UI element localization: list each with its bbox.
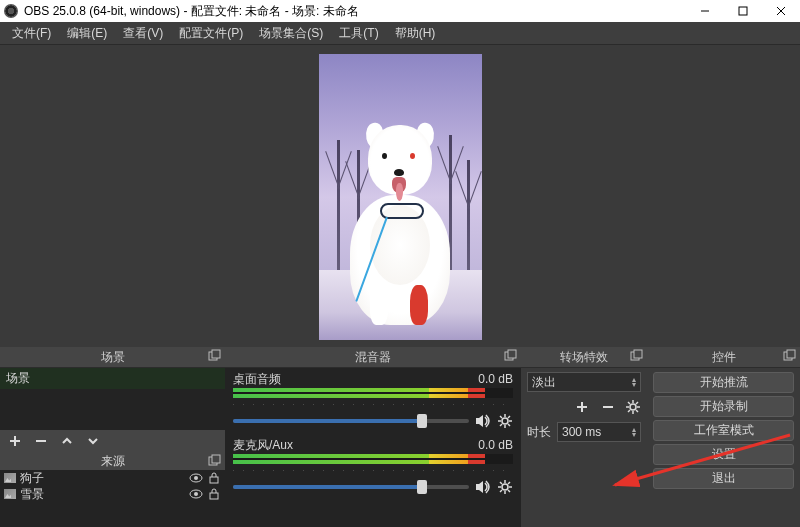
- controls-header[interactable]: 控件: [647, 347, 800, 368]
- volume-slider[interactable]: [233, 485, 469, 489]
- scene-item-label: 场景: [6, 371, 30, 385]
- dock-row: 场景 场景 来源: [0, 347, 800, 527]
- svg-line-25: [500, 416, 502, 418]
- svg-point-12: [194, 476, 198, 480]
- remove-transition-button[interactable]: [599, 398, 617, 416]
- button-label: 退出: [712, 470, 736, 487]
- popout-icon[interactable]: [782, 349, 796, 363]
- menu-file[interactable]: 文件(F): [4, 23, 59, 44]
- svg-point-44: [630, 404, 636, 410]
- speaker-icon[interactable]: [475, 413, 491, 429]
- close-button[interactable]: [762, 0, 800, 22]
- move-down-button[interactable]: [84, 432, 102, 450]
- add-button[interactable]: [6, 432, 24, 450]
- button-label: 设置: [712, 446, 736, 463]
- menu-edit[interactable]: 编辑(E): [59, 23, 115, 44]
- popout-icon[interactable]: [629, 349, 643, 363]
- menu-help[interactable]: 帮助(H): [387, 23, 444, 44]
- scenes-list[interactable]: 场景: [0, 368, 225, 430]
- gear-icon[interactable]: [625, 399, 641, 415]
- speaker-icon[interactable]: [475, 479, 491, 495]
- menu-profile[interactable]: 配置文件(P): [171, 23, 251, 44]
- button-label: 开始录制: [700, 398, 748, 415]
- scenes-panel: 场景 场景 来源: [0, 347, 225, 527]
- obs-app-icon: [4, 4, 18, 18]
- button-label: 工作室模式: [694, 422, 754, 439]
- popout-icon[interactable]: [503, 349, 517, 363]
- source-name: 雪景: [20, 486, 185, 503]
- source-row[interactable]: 狗子: [0, 470, 225, 486]
- svg-point-20: [502, 418, 508, 424]
- svg-line-36: [508, 490, 510, 492]
- settings-button[interactable]: 设置: [653, 444, 794, 465]
- lock-toggle-icon[interactable]: [207, 487, 221, 501]
- updown-arrows-icon: ▴▾: [632, 377, 636, 387]
- source-row[interactable]: 雪景: [0, 486, 225, 502]
- button-label: 开始推流: [700, 374, 748, 391]
- svg-line-27: [508, 416, 510, 418]
- transition-select[interactable]: 淡出 ▴▾: [527, 372, 641, 392]
- volume-meter: [233, 388, 513, 398]
- start-recording-button[interactable]: 开始录制: [653, 396, 794, 417]
- svg-line-37: [508, 482, 510, 484]
- meter-scale: [233, 400, 513, 410]
- gear-icon[interactable]: [497, 479, 513, 495]
- gear-icon[interactable]: [497, 413, 513, 429]
- svg-point-30: [502, 484, 508, 490]
- scenes-header[interactable]: 场景: [0, 347, 225, 368]
- mixer-title: 混音器: [355, 349, 391, 366]
- svg-rect-54: [787, 350, 795, 358]
- popout-icon[interactable]: [207, 454, 221, 468]
- move-up-button[interactable]: [58, 432, 76, 450]
- mixer-body: 桌面音频 0.0 dB: [225, 368, 521, 527]
- svg-line-49: [628, 402, 630, 404]
- channel-name: 桌面音频: [233, 371, 281, 388]
- visibility-toggle-icon[interactable]: [189, 471, 203, 485]
- svg-marker-19: [476, 415, 483, 427]
- menu-scene-collection[interactable]: 场景集合(S): [251, 23, 331, 44]
- transition-selected: 淡出: [532, 374, 556, 391]
- svg-line-50: [636, 410, 638, 412]
- channel-db: 0.0 dB: [478, 438, 513, 452]
- svg-rect-16: [210, 493, 218, 499]
- svg-line-38: [500, 490, 502, 492]
- remove-button[interactable]: [32, 432, 50, 450]
- scene-item[interactable]: 场景: [0, 368, 225, 389]
- svg-rect-18: [508, 350, 516, 358]
- mixer-header[interactable]: 混音器: [225, 347, 521, 368]
- mixer-channel: 麦克风/Aux 0.0 dB: [225, 436, 521, 502]
- mixer-panel: 混音器 桌面音频 0.0 dB: [225, 347, 521, 527]
- image-source-icon: [4, 489, 16, 499]
- preview-area[interactable]: [0, 45, 800, 348]
- updown-arrows-icon: ▴▾: [632, 427, 636, 437]
- volume-slider[interactable]: [233, 419, 469, 423]
- image-source-icon: [4, 473, 16, 483]
- lock-toggle-icon[interactable]: [207, 471, 221, 485]
- menu-view[interactable]: 查看(V): [115, 23, 171, 44]
- window-buttons: [686, 0, 800, 22]
- svg-rect-10: [212, 455, 220, 463]
- preview-canvas[interactable]: [319, 54, 482, 340]
- sources-list[interactable]: 狗子 雪景: [0, 470, 225, 527]
- svg-rect-5: [212, 350, 220, 358]
- duration-value: 300 ms: [562, 425, 601, 439]
- add-transition-button[interactable]: [573, 398, 591, 416]
- meter-scale: [233, 466, 513, 476]
- scenes-toolbar: [0, 430, 225, 452]
- svg-line-35: [500, 482, 502, 484]
- start-streaming-button[interactable]: 开始推流: [653, 372, 794, 393]
- studio-mode-button[interactable]: 工作室模式: [653, 420, 794, 441]
- sources-header[interactable]: 来源: [0, 452, 225, 470]
- channel-name: 麦克风/Aux: [233, 437, 293, 454]
- source-name: 狗子: [20, 470, 185, 487]
- minimize-button[interactable]: [686, 0, 724, 22]
- maximize-button[interactable]: [724, 0, 762, 22]
- transitions-header[interactable]: 转场特效: [521, 347, 647, 368]
- exit-button[interactable]: 退出: [653, 468, 794, 489]
- window-titlebar: OBS 25.0.8 (64-bit, windows) - 配置文件: 未命名…: [0, 0, 800, 22]
- svg-line-51: [636, 402, 638, 404]
- menu-tools[interactable]: 工具(T): [331, 23, 386, 44]
- popout-icon[interactable]: [207, 349, 221, 363]
- visibility-toggle-icon[interactable]: [189, 487, 203, 501]
- duration-spinbox[interactable]: 300 ms ▴▾: [557, 422, 641, 442]
